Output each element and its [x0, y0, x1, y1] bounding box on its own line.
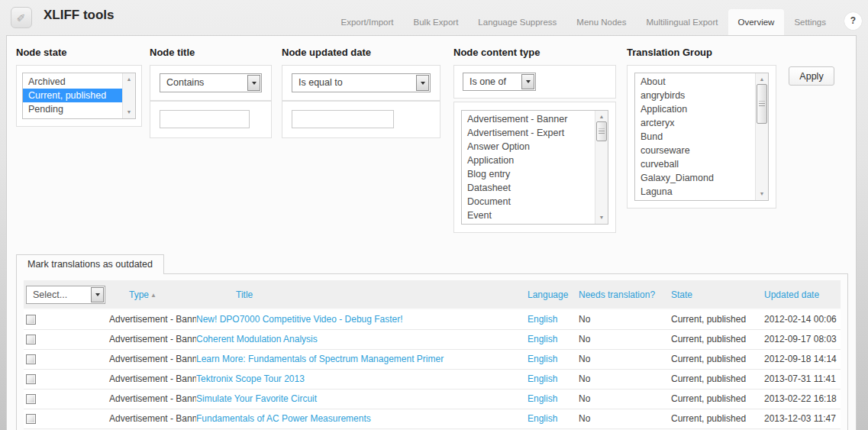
node-updated-date-input[interactable]	[292, 110, 394, 128]
row-language-link[interactable]: English	[528, 373, 557, 384]
filter-node-updated-date: Node updated date Is equal to	[282, 47, 440, 138]
mark-translations-outdated-tab[interactable]: Mark translations as outdated	[16, 254, 164, 274]
listbox-option[interactable]: courseware	[635, 144, 755, 157]
sort-ascending-icon: ▲	[150, 292, 156, 299]
nav-tab[interactable]: Settings	[784, 9, 836, 35]
node-updated-operator-select[interactable]: Is equal to	[292, 73, 431, 92]
listbox-option[interactable]: About	[635, 75, 755, 89]
listbox-option[interactable]: Advertisement - Expert	[462, 126, 595, 140]
cell-type: Advertisement - Banner	[108, 369, 196, 389]
listbox-option[interactable]: curveball	[635, 157, 755, 171]
row-checkbox[interactable]	[26, 394, 36, 404]
row-title-link[interactable]: Tektronix Scope Tour 2013	[196, 373, 305, 384]
scrollbar-thumb[interactable]	[596, 121, 607, 141]
node-title-input[interactable]	[160, 110, 250, 128]
column-header-title[interactable]: Title	[236, 289, 253, 300]
cell-type: Advertisement - Banner	[108, 329, 196, 349]
scrollbar[interactable]: ▲ ▼	[595, 111, 608, 224]
table-header-row: Select... Type▲ Title Language Needs tra…	[24, 280, 841, 309]
cell-updated-date: 2013-07-31 11:41	[764, 369, 841, 389]
row-language-link[interactable]: English	[528, 354, 557, 364]
row-title-link[interactable]: Coherent Modulation Analysis	[196, 334, 318, 344]
chevron-down-icon[interactable]	[247, 75, 260, 91]
translation-group-listbox: About angrybirds Application arcteryx Bu…	[634, 73, 769, 201]
row-title-link[interactable]: Learn More: Fundamentals of Spectrum Man…	[196, 354, 444, 364]
scroll-up-icon[interactable]: ▲	[123, 75, 135, 84]
node-updated-operator-box: Is equal to	[282, 65, 440, 101]
content-type-list-box: Advertisement - Banner Advertisement - E…	[453, 102, 616, 233]
row-checkbox[interactable]	[26, 354, 36, 364]
row-checkbox[interactable]	[26, 335, 36, 344]
listbox-option[interactable]: Answer Option	[462, 140, 595, 154]
translation-group-box: About angrybirds Application arcteryx Bu…	[627, 65, 776, 209]
table-row: Advertisement - Banner Fundamentals of A…	[24, 409, 841, 428]
node-content-type-label: Node content type	[453, 47, 616, 59]
column-header-state[interactable]: State	[671, 289, 692, 300]
scrollbar[interactable]: ▲ ▼	[755, 73, 768, 200]
column-header-updated-date[interactable]: Updated date	[764, 289, 819, 300]
row-title-link[interactable]: Fundamentals of AC Power Measurements	[196, 413, 371, 424]
bulk-action-select[interactable]: Select...	[26, 286, 105, 304]
listbox-option[interactable]: Datasheet	[462, 181, 595, 195]
cell-updated-date: 2012-09-17 08:03	[764, 329, 841, 349]
scroll-down-icon[interactable]: ▼	[756, 189, 768, 199]
cell-type: Advertisement - Banner	[108, 409, 196, 428]
nav-tab[interactable]: Overview	[728, 9, 785, 35]
scroll-up-icon[interactable]: ▲	[756, 75, 768, 84]
listbox-option[interactable]: Advertisement - Banner	[462, 112, 595, 126]
scroll-down-icon[interactable]: ▼	[595, 213, 608, 222]
listbox-option[interactable]: angrybirds	[635, 89, 755, 102]
nav-tab[interactable]: Multilingual Export	[637, 9, 728, 35]
nav-tab[interactable]: Language Suppress	[468, 9, 566, 35]
column-header-language[interactable]: Language	[528, 289, 568, 300]
listbox-option[interactable]: Pending	[23, 102, 122, 116]
node-title-operator-select[interactable]: Contains	[160, 73, 262, 92]
node-title-operator-box: Contains	[150, 65, 272, 101]
cell-state: Current, published	[671, 329, 764, 349]
overview-panel: Node state Archived Current, published P…	[6, 35, 857, 430]
column-header-type[interactable]: Type	[129, 289, 149, 300]
scrollbar-thumb[interactable]	[757, 84, 767, 124]
row-language-link[interactable]: English	[528, 314, 557, 325]
listbox-option[interactable]: Galaxy_Diamond	[635, 171, 755, 185]
chevron-down-icon[interactable]	[91, 287, 104, 302]
scrollbar[interactable]: ▲ ▼	[122, 73, 135, 118]
listbox-option[interactable]: arcteryx	[635, 116, 755, 130]
results-table-panel: Select... Type▲ Title Language Needs tra…	[16, 273, 848, 430]
nav-tab[interactable]: Export/Import	[331, 9, 404, 35]
nav-tab[interactable]: Menu Nodes	[566, 9, 636, 35]
column-header-needs-translation[interactable]: Needs translation?	[579, 289, 655, 300]
content-type-operator-select[interactable]: Is one of	[463, 73, 536, 91]
node-updated-date-label: Node updated date	[282, 47, 440, 59]
results-table: Select... Type▲ Title Language Needs tra…	[24, 280, 841, 429]
node-state-listbox: Archived Current, published Pending ▲ ▼	[22, 73, 136, 119]
help-button[interactable]: ?	[844, 12, 862, 30]
cell-needs-translation: No	[579, 389, 671, 409]
listbox-option[interactable]: Bund	[635, 130, 755, 144]
listbox-option[interactable]: Event	[462, 209, 595, 222]
selected-operator: Is equal to	[298, 77, 343, 88]
scroll-down-icon[interactable]: ▼	[123, 108, 135, 117]
edit-page-button[interactable]: ✎	[11, 7, 32, 28]
top-bar: ✎ XLIFF tools Export/Import Bulk Export …	[0, 0, 868, 35]
listbox-option[interactable]: Blog entry	[462, 167, 595, 181]
row-language-link[interactable]: English	[528, 334, 557, 344]
row-checkbox[interactable]	[26, 374, 36, 384]
row-title-link[interactable]: New! DPO7000 Competitive Video - Debug F…	[196, 314, 403, 325]
apply-button[interactable]: Apply	[789, 66, 834, 86]
chevron-down-icon[interactable]	[521, 74, 534, 89]
listbox-option[interactable]: Current, published	[23, 89, 122, 102]
listbox-option[interactable]: Application	[462, 154, 595, 167]
row-checkbox[interactable]	[26, 414, 36, 424]
row-language-link[interactable]: English	[528, 413, 557, 424]
listbox-option[interactable]: Archived	[23, 75, 122, 89]
listbox-option[interactable]: Document	[462, 195, 595, 209]
listbox-option[interactable]: Laguna	[635, 185, 755, 199]
scroll-up-icon[interactable]: ▲	[595, 112, 608, 121]
row-title-link[interactable]: Simulate Your Favorite Circuit	[196, 393, 317, 404]
row-language-link[interactable]: English	[528, 393, 557, 404]
listbox-option[interactable]: Application	[635, 102, 755, 116]
chevron-down-icon[interactable]	[416, 75, 429, 91]
row-checkbox[interactable]	[26, 315, 36, 325]
nav-tab[interactable]: Bulk Export	[404, 9, 469, 35]
